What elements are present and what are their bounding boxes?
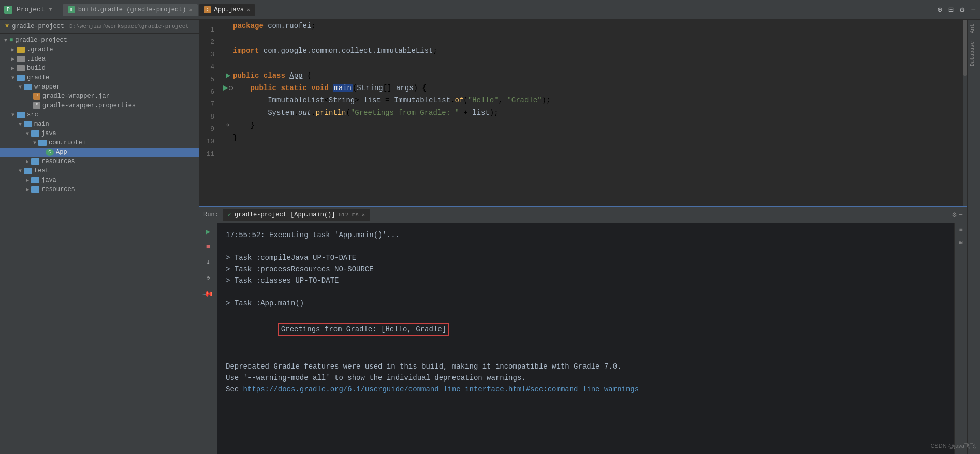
tree-item-gradle-dir[interactable]: ▶ .gradle xyxy=(0,45,199,54)
tree-label-jar: gradle-wrapper.jar xyxy=(42,93,110,100)
globe-icon[interactable]: ⊕ xyxy=(937,5,942,15)
output-line-7: Greetings from Gradle: [Hello, Gradle] xyxy=(226,309,946,349)
tree-item-idea-dir[interactable]: ▶ .idea xyxy=(0,54,199,64)
tree-item-gradle-folder[interactable]: ▼ gradle xyxy=(0,73,199,82)
tree-item-resources-main[interactable]: ▶ resources xyxy=(0,157,199,166)
tab-java-close[interactable]: ✕ xyxy=(247,7,250,13)
code-text-2 xyxy=(233,32,237,45)
src-icon xyxy=(17,112,25,118)
tree-item-app[interactable]: C App xyxy=(0,148,199,157)
tree-arrow-build-dir: ▶ xyxy=(9,65,17,71)
code-text-9: } xyxy=(233,119,255,131)
tree-arrow-java-main: ▼ xyxy=(24,131,31,137)
tree-item-main[interactable]: ▼ main xyxy=(0,120,199,129)
tree-item-props[interactable]: P gradle-wrapper.properties xyxy=(0,101,199,110)
output-line-1 xyxy=(226,241,946,252)
tree-arrow-jar xyxy=(26,94,33,99)
code-line-5: public class App { xyxy=(223,69,963,82)
output-line-11: See https://docs.gradle.org/6.1/userguid… xyxy=(226,384,946,395)
tree-item-java-test[interactable]: ▶ java xyxy=(0,175,199,185)
tree-item-wrapper[interactable]: ▼ wrapper xyxy=(0,82,199,92)
tree-item-com-ruofei[interactable]: ▼ com.ruofei xyxy=(0,138,199,148)
right-panel: Ant Database xyxy=(967,20,980,454)
run-scroll-btn[interactable]: ⤓ xyxy=(203,257,213,268)
tree-item-resources-test[interactable]: ▶ resources xyxy=(0,185,199,194)
run-tab-close[interactable]: ✕ xyxy=(362,212,365,218)
app-java-icon: C xyxy=(46,149,54,156)
tree-label-src: src xyxy=(27,111,38,119)
tab-java-label: App.java xyxy=(214,6,244,13)
tree-arrow-test: ▼ xyxy=(17,168,24,174)
line-numbers: 1 2 3 4 5 6 7 8 9 10 11 xyxy=(199,20,223,206)
test-icon xyxy=(24,168,32,174)
project-title: Project xyxy=(17,6,45,13)
right-panel-ant[interactable]: Ant xyxy=(968,20,980,37)
main-layout: ▼ gradle-project D:\wenjian\workspace\gr… xyxy=(0,20,980,454)
tab-gradle-close[interactable]: ✕ xyxy=(189,7,192,13)
run-label: Run: xyxy=(203,211,218,218)
run-play-btn[interactable]: ▶ xyxy=(203,226,213,237)
run-gutter-9[interactable]: ◇ xyxy=(223,119,233,131)
project-folder-icon: ▼ xyxy=(5,23,9,30)
minimize-icon[interactable]: − xyxy=(971,5,976,14)
line-num-8: 8 xyxy=(199,111,218,123)
run-tab-label: gradle-project [App.main()] xyxy=(235,211,335,218)
line-num-6: 6 xyxy=(199,86,218,98)
run-button-5[interactable] xyxy=(226,73,230,78)
tree-arrow-gradle-dir: ▶ xyxy=(9,47,17,53)
editor-scrollbar-thumb[interactable] xyxy=(963,20,967,76)
bottom-panel: Run: ✓ gradle-project [App.main()] 612 m… xyxy=(199,206,967,454)
tree-label-wrapper: wrapper xyxy=(34,83,60,91)
tree-label-com-ruofei: com.ruofei xyxy=(49,139,86,147)
tree-item-jar[interactable]: J gradle-wrapper.jar xyxy=(0,92,199,101)
tree-item-root[interactable]: ▼ ■ gradle-project xyxy=(0,36,199,45)
gradle-folder-icon xyxy=(17,75,25,81)
tree-item-build-dir[interactable]: ▶ build xyxy=(0,64,199,73)
tree-item-java-main[interactable]: ▼ java xyxy=(0,129,199,138)
sidebar-project-path: D:\wenjian\workspace\gradle-project xyxy=(69,23,189,30)
run-settings-icon[interactable]: ⚙ xyxy=(952,210,956,219)
tree-item-src[interactable]: ▼ src xyxy=(0,110,199,120)
tree-area[interactable]: ▼ ■ gradle-project ▶ .gradle ▶ .idea ▶ b… xyxy=(0,34,199,454)
code-line-4 xyxy=(223,57,963,69)
sidebar: ▼ gradle-project D:\wenjian\workspace\gr… xyxy=(0,20,199,454)
output-line-3: > Task :processResources NO-SOURCE xyxy=(226,263,946,275)
tree-label-gradle-dir: .gradle xyxy=(27,46,53,53)
code-line-7: ImmutableList<String> list = ImmutableLi… xyxy=(223,94,963,107)
run-gutter-5[interactable] xyxy=(223,73,233,78)
run-minimize-icon[interactable]: − xyxy=(959,211,963,219)
tab-java[interactable]: J App.java ✕ xyxy=(199,4,256,16)
tree-arrow-app xyxy=(38,150,46,155)
run-output[interactable]: 17:55:52: Executing task 'App.main()'...… xyxy=(217,223,954,454)
sidebar-header: ▼ gradle-project D:\wenjian\workspace\gr… xyxy=(0,20,199,34)
split-icon[interactable]: ⊟ xyxy=(948,5,954,15)
tab-gradle[interactable]: G build.gradle (gradle-project) ✕ xyxy=(63,4,198,16)
output-link[interactable]: https://docs.gradle.org/6.1/userguide/co… xyxy=(243,385,639,393)
right-panel-database[interactable]: Database xyxy=(968,37,980,70)
run-filter-btn[interactable]: ⊕ xyxy=(203,273,213,283)
tree-label-build-dir: build xyxy=(27,65,46,72)
run-button-6[interactable] xyxy=(223,85,228,91)
run-right-btn-2[interactable]: ⊞ xyxy=(959,239,962,246)
dropdown-arrow-icon[interactable]: ▼ xyxy=(49,7,52,12)
java-tab-icon: J xyxy=(204,6,211,13)
run-pin-btn[interactable]: 📌 xyxy=(201,286,215,301)
tree-arrow-idea-dir: ▶ xyxy=(9,56,17,62)
tree-item-test[interactable]: ▼ test xyxy=(0,166,199,175)
run-tab-main[interactable]: ✓ gradle-project [App.main()] 612 ms ✕ xyxy=(223,209,370,221)
code-text-3: import com.google.common.collect.Immutab… xyxy=(233,45,437,57)
editor-scrollbar[interactable] xyxy=(963,20,967,206)
run-gutter-6[interactable] xyxy=(223,85,233,91)
run-tab-bar: Run: ✓ gradle-project [App.main()] 612 m… xyxy=(199,207,967,223)
run-stop-btn[interactable]: ■ xyxy=(203,242,213,252)
main-icon xyxy=(24,121,32,127)
java-test-icon xyxy=(31,177,39,183)
run-right-btn-1[interactable]: ≡ xyxy=(959,226,962,233)
tree-arrow-src: ▼ xyxy=(9,112,17,118)
gear-icon[interactable]: ⚙ xyxy=(960,5,965,15)
debug-dot-6[interactable] xyxy=(229,86,233,90)
output-line-10: Use '--warning-mode all' to show the ind… xyxy=(226,372,946,384)
code-line-6: public static void main(String[] args) { xyxy=(223,82,963,94)
code-text-4 xyxy=(233,57,237,69)
tree-arrow-com-ruofei: ▼ xyxy=(31,140,38,146)
